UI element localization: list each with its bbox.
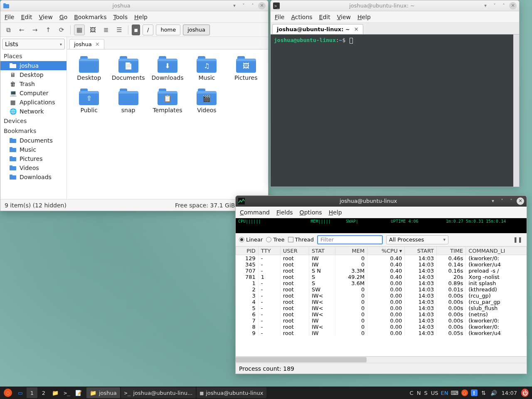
path-home[interactable]: home [156, 25, 180, 35]
shade-button[interactable]: ▾ [231, 2, 238, 10]
language-indicator[interactable]: EN [441, 389, 448, 397]
keyboard-icon[interactable]: ⌨ [451, 389, 458, 397]
thumb-view-button[interactable]: 🖼 [87, 25, 98, 35]
folder-downloads[interactable]: ⬇Downloads [150, 56, 185, 81]
sidebar-item-joshua[interactable]: joshua [0, 61, 66, 70]
view-tree-radio[interactable]: Tree [266, 236, 284, 243]
volume-icon[interactable]: 🔊 [490, 389, 498, 397]
table-row[interactable]: 1-rootS3.6M0.0014:030.89sinit splash [236, 280, 527, 286]
menu-view[interactable]: View [39, 14, 53, 20]
table-row[interactable]: 4-rootIW<00.0014:030.00s(rcu_par_gp [236, 299, 527, 305]
menu-file[interactable]: File [275, 14, 284, 20]
task-term[interactable]: >_joshua@ubuntu-linu... [121, 387, 196, 398]
up-button[interactable]: ↑ [43, 25, 54, 35]
col-start[interactable]: START [405, 247, 437, 255]
sidebar-item-desktop[interactable]: 🖥Desktop [0, 70, 66, 79]
workspace-1[interactable]: 1 [27, 387, 37, 398]
table-row[interactable]: 5-rootIW<00.0014:030.00s(slub_flush [236, 305, 527, 311]
compact-view-button[interactable]: ≣ [101, 25, 111, 35]
reload-button[interactable]: ⟳ [56, 25, 67, 35]
back-button[interactable]: ← [16, 25, 27, 35]
folder-documents[interactable]: 📄Documents [110, 56, 146, 81]
process-table[interactable]: PIDTTYUSERSTATMEM%CPU ▾STARTTIMECOMMAND_… [236, 246, 527, 356]
folder-desktop[interactable]: Desktop [71, 56, 107, 81]
sidebar-item-computer[interactable]: 💻Computer [0, 89, 66, 98]
table-row[interactable]: 8-rootIW<00.0014:030.00s(kworker/0: [236, 324, 527, 330]
col-stat[interactable]: STAT [309, 247, 335, 255]
folder-music[interactable]: ♫Music [189, 56, 224, 81]
icon-view-button[interactable]: ▦ [74, 25, 85, 35]
notification-icon[interactable]: ! [471, 389, 478, 396]
folder-videos[interactable]: 🎬Videos [189, 89, 224, 113]
col-time[interactable]: TIME [436, 247, 466, 255]
network-icon[interactable]: ⇅ [480, 389, 488, 397]
sidebar-bookmark-downloads[interactable]: Downloads [0, 172, 66, 182]
view-linear-radio[interactable]: Linear [239, 236, 263, 243]
maximize-button[interactable]: ˄ [500, 2, 507, 10]
menu-help[interactable]: Help [134, 14, 148, 20]
table-row[interactable]: 3-rootIW<00.0014:030.00s(rcu_gp) [236, 293, 527, 299]
col-user[interactable]: USER [280, 247, 309, 255]
sidebar-item-applications[interactable]: ▦Applications [0, 98, 66, 107]
menu-view[interactable]: View [337, 14, 351, 20]
minimize-button[interactable]: ˅ [240, 2, 247, 10]
shade-button[interactable]: ▾ [489, 197, 497, 205]
launcher-terminal[interactable]: >_ [62, 387, 72, 398]
col-commandli[interactable]: COMMAND_LI [466, 247, 527, 255]
table-row[interactable]: 7811rootS49.2M0.4014:0320sXorg -nolist [236, 274, 527, 280]
table-row[interactable]: 6-rootIW<00.0014:030.00s(netns) [236, 311, 527, 318]
term-titlebar[interactable]: >_ joshua@ubuntu-linux: ~ ▾ ˅ ˄ ✕ [271, 0, 519, 11]
table-row[interactable]: 2-rootSW00.0014:030.01s(kthreadd) [236, 286, 527, 293]
scrollbar[interactable] [513, 34, 519, 187]
clock[interactable]: 14:07 [500, 389, 519, 397]
sidebar-bookmark-pictures[interactable]: Pictures [0, 154, 66, 163]
fm-icon-view[interactable]: Desktop📄Documents⬇Downloads♫Music🖼Pictur… [67, 49, 268, 199]
col-mem[interactable]: MEM [335, 247, 367, 255]
start-button[interactable]: ◌ [2, 387, 14, 398]
menu-bookmarks[interactable]: Bookmarks [74, 14, 106, 20]
terminal-body[interactable]: joshua@ubuntu-linux:~$ [271, 34, 519, 187]
update-icon[interactable]: ◌ [461, 389, 468, 397]
task-proc[interactable]: ▦joshua@ubuntu-linux [197, 387, 266, 398]
term-tab[interactable]: joshua@ubuntu-linux: ~ ✕ [272, 24, 363, 34]
forward-button[interactable]: → [30, 25, 40, 35]
menu-fields[interactable]: Fields [276, 209, 293, 216]
minimize-button[interactable]: ˅ [498, 197, 506, 205]
launcher-editor[interactable]: 📝 [73, 387, 84, 398]
menu-help[interactable]: Help [329, 209, 342, 216]
maximize-button[interactable]: ˄ [249, 2, 256, 10]
folder-snap[interactable]: snap [110, 89, 146, 113]
workspace-2[interactable]: 2 [38, 387, 49, 398]
view-thread-check[interactable]: Thread [288, 236, 314, 243]
fm-titlebar[interactable]: joshua ▾ ˅ ˄ ✕ [0, 0, 268, 11]
close-icon[interactable]: ✕ [354, 26, 359, 32]
path-root[interactable]: / [143, 25, 153, 35]
keyboard-layout[interactable]: US [431, 389, 438, 397]
list-view-button[interactable]: ☰ [114, 25, 125, 35]
menu-tools[interactable]: Tools [113, 14, 128, 20]
folder-templates[interactable]: 📋Templates [150, 89, 185, 113]
new-tab-button[interactable]: ⧉ [3, 25, 14, 35]
path-root-icon[interactable]: ▪ [132, 25, 140, 35]
path-current[interactable]: joshua [183, 25, 210, 35]
task-folder[interactable]: 📁joshua [86, 387, 120, 398]
minimize-button[interactable]: ˅ [491, 2, 498, 10]
sidebar-bookmark-documents[interactable]: Documents [0, 136, 66, 145]
maximize-button[interactable]: ˄ [507, 197, 515, 205]
power-button[interactable]: ⏻ [521, 389, 529, 397]
folder-public[interactable]: ⇧Public [71, 89, 107, 113]
col-cpu[interactable]: %CPU ▾ [367, 247, 405, 255]
menu-edit[interactable]: Edit [21, 14, 32, 20]
menu-help[interactable]: Help [357, 14, 371, 20]
sidebar-bookmark-videos[interactable]: Videos [0, 163, 66, 172]
launcher-files[interactable]: 📁 [50, 387, 61, 398]
process-filter-combo[interactable]: All Processes [386, 235, 448, 244]
h-scrollbar[interactable] [236, 356, 527, 363]
shade-button[interactable]: ▾ [482, 2, 489, 10]
menu-actions[interactable]: Actions [291, 14, 312, 20]
menu-go[interactable]: Go [59, 14, 67, 20]
menu-file[interactable]: File [5, 14, 14, 20]
show-desktop-button[interactable]: ▭ [15, 387, 26, 398]
menu-edit[interactable]: Edit [319, 14, 330, 20]
close-icon[interactable]: ✕ [95, 41, 100, 47]
